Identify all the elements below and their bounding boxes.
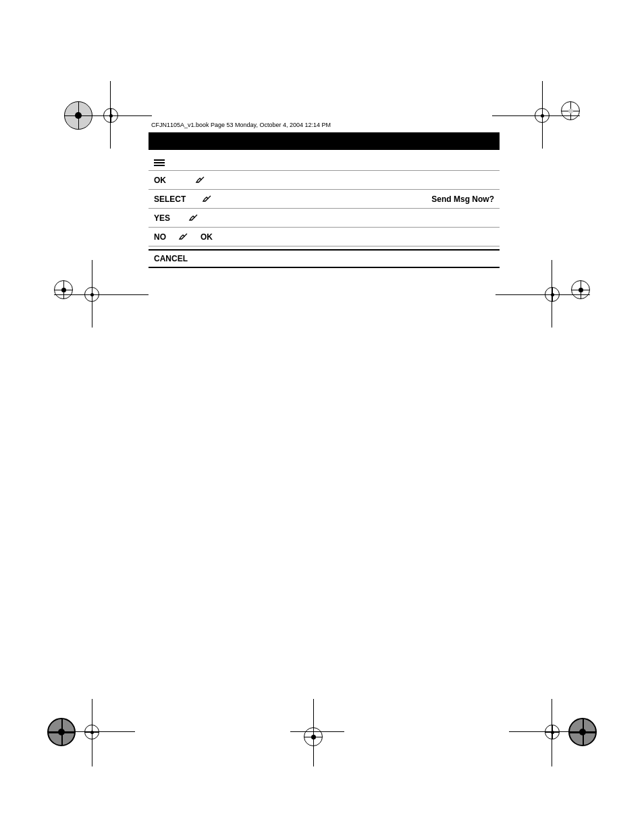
phone-icon-no (178, 231, 190, 243)
hl-topright (492, 115, 580, 116)
hl-midleft (54, 294, 149, 295)
reg-mark-midright (571, 280, 590, 299)
menu-row-no: NO OK (149, 228, 500, 246)
no-label: NO (154, 232, 178, 242)
ok-label: OK (154, 176, 194, 185)
icon-row (149, 157, 500, 171)
hl-midright (495, 294, 590, 295)
phone-icon-ok (194, 174, 207, 186)
select-label: SELECT (154, 194, 201, 204)
reg-mark-topright-large (561, 101, 580, 120)
meta-header: CFJN1105A_v1.book Page 53 Monday, Octobe… (149, 122, 500, 128)
cancel-label: CANCEL (154, 254, 188, 263)
no-ok-label: OK (200, 232, 213, 242)
hl-botcenter (290, 731, 344, 732)
menu-row-select: SELECT Send Msg Now? (149, 190, 500, 209)
section-header-bar (149, 132, 500, 150)
content-area: CFJN1105A_v1.book Page 53 Monday, Octobe… (149, 122, 500, 268)
reg-mark-botright-small (545, 725, 560, 739)
reg-mark-midleft (54, 280, 73, 299)
reg-mark-botright-large (568, 718, 597, 746)
vl-botcenter (313, 699, 314, 766)
menu-row-cancel: CANCEL (149, 249, 500, 268)
phone-icon-yes (188, 212, 200, 224)
hamburger-icon (154, 159, 165, 166)
meta-text: CFJN1105A_v1.book Page 53 Monday, Octobe… (151, 122, 331, 128)
yes-label: YES (154, 213, 188, 223)
reg-mark-botleft-large (47, 718, 76, 746)
phone-icon-select (201, 193, 213, 205)
menu-row-yes: YES (149, 209, 500, 228)
menu-row-ok: OK (149, 171, 500, 190)
send-msg-now-text: Send Msg Now? (431, 194, 494, 204)
